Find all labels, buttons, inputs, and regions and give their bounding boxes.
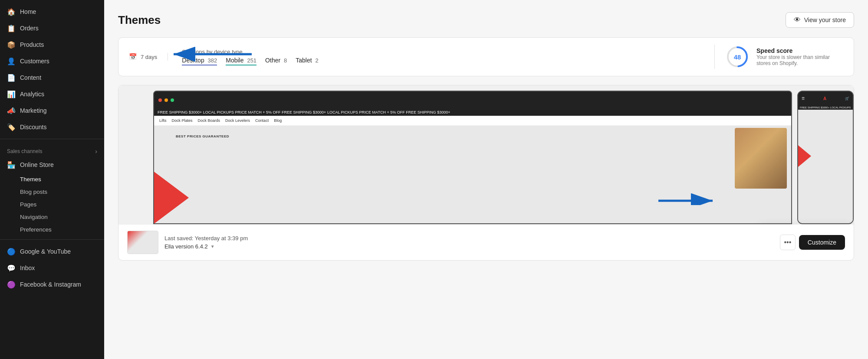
sidebar-item-facebook-instagram[interactable]: 🟣 Facebook & Instagram [0, 276, 104, 293]
sidebar-sub-item-preferences[interactable]: Preferences [0, 223, 104, 236]
sidebar-label-inbox: Inbox [20, 264, 35, 271]
thumbnail-image [128, 231, 158, 254]
mockup-content: FREE SHIPPING $3000+ LOCAL PICKUPS PRICE… [154, 109, 791, 224]
page-header: Themes 👁 View your store [118, 12, 854, 28]
sidebar-sub-label-navigation: Navigation [20, 214, 48, 220]
device-mobile: Mobile 251 [226, 57, 256, 65]
speed-text: Speed score Your store is slower than si… [756, 47, 843, 66]
hero-area: BEST PRICES GUARANTEED SHOP NOW [154, 126, 791, 224]
theme-footer: Last saved: Yesterday at 3:39 pm Ella ve… [118, 224, 854, 260]
three-dots-button[interactable]: ••• [780, 235, 796, 250]
mobile-count: 251 [247, 57, 256, 64]
sidebar-sub-label-pages: Pages [20, 201, 36, 208]
sidebar-label-products: Products [20, 41, 44, 48]
analytics-icon: 📊 [7, 90, 16, 98]
sidebar-label-discounts: Discounts [20, 124, 46, 131]
sidebar-item-inbox[interactable]: 💬 Inbox [0, 260, 104, 276]
sidebar-sub-item-blog-posts[interactable]: Blog posts [0, 186, 104, 198]
dot-green [171, 98, 174, 102]
inbox-icon: 💬 [7, 264, 16, 272]
nav-blog: Blog [274, 118, 282, 123]
theme-version[interactable]: Ella version 6.4.2 ▼ [164, 243, 780, 250]
orders-icon: 📋 [7, 24, 16, 33]
main-content: Themes 👁 View your store 📅 7 days Sessio… [104, 0, 868, 359]
sidebar-item-discounts[interactable]: 🏷️ Discounts [0, 119, 104, 135]
ticker-bar: FREE SHIPPING $3000+ LOCAL PICKUPS PRICE… [154, 109, 791, 116]
customize-button[interactable]: Customize [799, 235, 845, 250]
nav-lifts: Lifts [159, 118, 167, 123]
sidebar-item-google-youtube[interactable]: 🔵 Google & YouTube [0, 243, 104, 260]
device-other: Other 8 [265, 57, 287, 64]
sidebar-sub-item-themes[interactable]: Themes [0, 173, 104, 186]
mobile-ticker: FREE SHIPPING $3000+ LOCAL PICKUPS [798, 105, 853, 110]
speed-label: Speed score [756, 47, 843, 54]
sidebar-label-online-store: Online Store [20, 161, 54, 168]
desktop-count: 382 [208, 57, 217, 64]
hero-triangle [154, 172, 189, 224]
sidebar-item-online-store[interactable]: 🏪 Online Store [0, 157, 104, 173]
sidebar-sub-item-pages[interactable]: Pages [0, 198, 104, 211]
speed-circle: 48 [725, 45, 750, 69]
speed-section: 48 Speed score Your store is slower than… [714, 45, 843, 69]
sidebar-label-analytics: Analytics [20, 91, 44, 98]
mobile-cart-icon: 🛒 [845, 97, 849, 101]
sessions-devices: Desktop 382 Mobile 251 Other 8 Tablet 2 [182, 57, 700, 65]
home-icon: 🏠 [7, 7, 16, 16]
content-icon: 📄 [7, 73, 16, 82]
view-store-label: View your store [804, 16, 846, 23]
mockup-topbar [154, 91, 791, 109]
nav-dock-levelers: Dock Levelers [225, 118, 250, 123]
view-store-button[interactable]: 👁 View your store [786, 12, 854, 28]
google-youtube-icon: 🔵 [7, 247, 16, 256]
theme-info: Last saved: Yesterday at 3:39 pm Ella ve… [164, 235, 780, 250]
theme-card: FREE SHIPPING $3000+ LOCAL PICKUPS PRICE… [118, 85, 854, 261]
sidebar-sub-label-blog-posts: Blog posts [20, 189, 47, 195]
discounts-icon: 🏷️ [7, 123, 16, 131]
sidebar-label-orders: Orders [20, 25, 39, 32]
sidebar-item-content[interactable]: 📄 Content [0, 69, 104, 86]
mobile-menu-icon: ☰ [802, 97, 805, 101]
mobile-hero [798, 110, 853, 224]
sessions-section: Sessions by device type Desktop 382 Mobi… [182, 49, 700, 65]
view-store-icon: 👁 [794, 16, 801, 24]
sidebar-item-home[interactable]: 🏠 Home [0, 3, 104, 20]
mobile-logo: A [823, 96, 826, 101]
sidebar-item-marketing[interactable]: 📣 Marketing [0, 102, 104, 119]
nav-contact: Contact [255, 118, 269, 123]
nav-dock-plates: Dock Plates [172, 118, 193, 123]
nav-bar: Lifts Dock Plates Dock Boards Dock Level… [154, 116, 791, 126]
sidebar-sub-item-navigation[interactable]: Navigation [0, 211, 104, 223]
nav-dock-boards: Dock Boards [198, 118, 220, 123]
calendar-icon: 📅 [129, 53, 137, 61]
sidebar-label-facebook-instagram: Facebook & Instagram [20, 281, 81, 288]
theme-last-saved: Last saved: Yesterday at 3:39 pm [164, 235, 780, 242]
dot-yellow [164, 98, 168, 102]
sessions-label: Sessions by device type [182, 49, 700, 55]
sidebar-item-customers[interactable]: 👤 Customers [0, 53, 104, 69]
mobile-triangle [798, 145, 811, 167]
theme-actions: ••• Customize [780, 235, 845, 250]
desktop-mockup: FREE SHIPPING $3000+ LOCAL PICKUPS PRICE… [153, 91, 792, 224]
sidebar-item-products[interactable]: 📦 Products [0, 36, 104, 53]
online-store-icon: 🏪 [7, 160, 16, 169]
date-range-label: 7 days [141, 54, 157, 60]
hero-text: BEST PRICES GUARANTEED [176, 134, 229, 138]
marketing-icon: 📣 [7, 106, 16, 115]
facebook-instagram-icon: 🟣 [7, 280, 16, 289]
sidebar: 🏠 Home 📋 Orders 📦 Products 👤 Customers 📄… [0, 0, 104, 359]
analytics-bar: 📅 7 days Sessions by device type Desktop… [118, 37, 854, 76]
sidebar-label-marketing: Marketing [20, 107, 46, 114]
mobile-topbar: ☰ A 🛒 [798, 91, 853, 105]
sidebar-label-customers: Customers [20, 58, 49, 65]
sales-channels-label: Sales channels › [0, 143, 104, 157]
hero-worker-image [735, 128, 787, 189]
sidebar-label-home: Home [20, 8, 36, 15]
speed-number: 48 [734, 53, 741, 61]
device-desktop: Desktop 382 [182, 57, 217, 65]
mobile-content: FREE SHIPPING $3000+ LOCAL PICKUPS [798, 105, 853, 223]
dot-red [158, 98, 162, 102]
sidebar-item-analytics[interactable]: 📊 Analytics [0, 86, 104, 102]
sidebar-item-orders[interactable]: 📋 Orders [0, 20, 104, 36]
sidebar-sub-label-preferences: Preferences [20, 226, 52, 233]
sidebar-label-google-youtube: Google & YouTube [20, 248, 71, 255]
